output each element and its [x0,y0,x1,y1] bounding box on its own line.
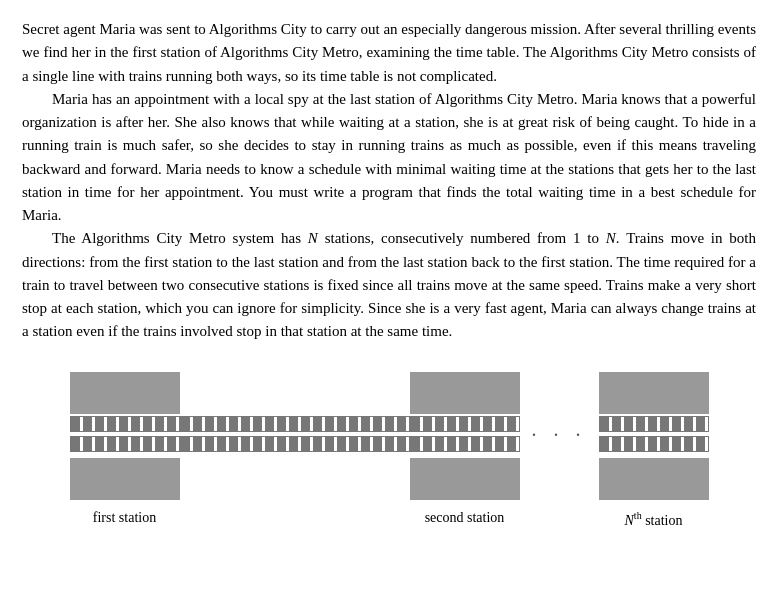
station-nth: Nth station [599,372,709,529]
track-lower-3 [599,436,709,452]
ellipsis: · · · [520,424,599,447]
track-upper-2 [410,416,520,432]
track-bar-upper [180,416,410,432]
track-upper-3 [599,416,709,432]
station-second: second station [410,372,520,526]
track-segment-1 [180,416,410,456]
problem-text: Secret agent Maria was sent to Algorithm… [22,18,756,344]
station-first: first station [70,372,180,526]
station-first-label: first station [93,510,156,526]
track-upper [70,416,180,432]
station-building-top-3 [599,372,709,414]
station-nth-label: Nth station [625,510,683,529]
station-building-top [70,372,180,414]
station-building-bottom-2 [410,458,520,500]
station-second-label: second station [425,510,505,526]
paragraph-2: Maria has an appointment with a local sp… [22,88,756,228]
track-lower-2 [410,436,520,452]
paragraph-3: The Algorithms City Metro system has N s… [22,227,756,343]
station-building-bottom-3 [599,458,709,500]
station-building-top-2 [410,372,520,414]
track-bar-lower [180,436,410,452]
station-building-bottom [70,458,180,500]
diagram: first station second station · · · Nth s… [22,372,756,529]
track-lower [70,436,180,452]
paragraph-1: Secret agent Maria was sent to Algorithm… [22,18,756,88]
